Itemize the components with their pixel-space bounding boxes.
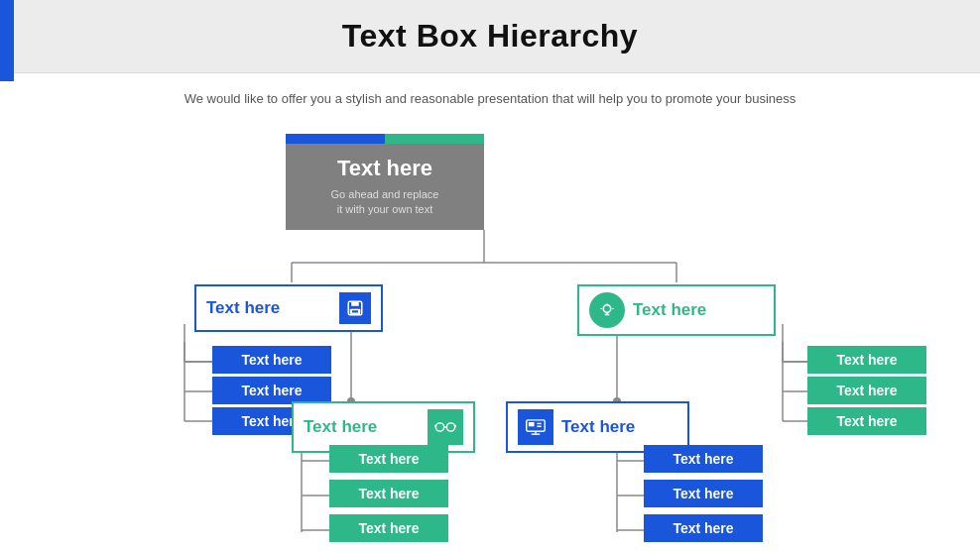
leaf-right-top-3: Text here <box>807 407 926 435</box>
leaf-right-bottom-3: Text here <box>644 514 763 542</box>
level2-left-label: Text here <box>304 417 377 437</box>
level1-left-label: Text here <box>206 298 280 318</box>
level2-right-label: Text here <box>561 417 635 437</box>
subtitle: We would like to offer you a stylish and… <box>0 91 980 106</box>
svg-point-40 <box>446 423 454 431</box>
level1-right-label: Text here <box>633 300 706 320</box>
svg-point-33 <box>603 305 611 313</box>
leaf-left-bottom-3: Text here <box>329 514 448 542</box>
accent-bar <box>0 0 14 81</box>
leaf-left-top-1: Text here <box>212 346 331 374</box>
leaf-left-bottom-1: Text here <box>329 445 448 473</box>
leaf-left-bottom-2: Text here <box>329 480 448 507</box>
svg-rect-30 <box>351 301 359 306</box>
root-node: Text here Go ahead and replaceit with yo… <box>286 134 484 230</box>
level2-right-icon <box>518 409 553 445</box>
root-top-bar-blue <box>286 134 385 144</box>
leaf-right-top-1: Text here <box>807 346 926 374</box>
svg-rect-47 <box>529 422 535 426</box>
diagram: Text here Go ahead and replaceit with yo… <box>14 116 980 551</box>
level1-left-node: Text here <box>194 284 383 332</box>
level2-left-icon <box>428 409 463 445</box>
svg-point-39 <box>435 423 443 431</box>
root-top-bar-green <box>385 134 484 144</box>
page-title: Text Box Hierarchy <box>0 18 980 55</box>
level1-right-node: Text here <box>577 284 776 336</box>
root-subtitle: Go ahead and replaceit with your own tex… <box>296 187 474 218</box>
connectors-svg <box>14 116 980 551</box>
svg-rect-32 <box>352 310 358 312</box>
level1-right-icon <box>589 292 625 328</box>
root-title: Text here <box>296 156 474 181</box>
leaf-right-bottom-1: Text here <box>644 445 763 473</box>
leaf-right-top-2: Text here <box>807 377 926 404</box>
leaf-left-top-2: Text here <box>212 377 331 404</box>
level1-left-icon <box>339 292 371 324</box>
leaf-right-bottom-2: Text here <box>644 480 763 507</box>
slide: Text Box Hierarchy We would like to offe… <box>0 0 980 551</box>
header: Text Box Hierarchy <box>0 0 980 73</box>
